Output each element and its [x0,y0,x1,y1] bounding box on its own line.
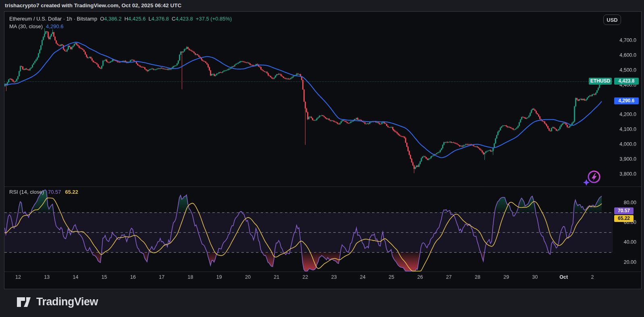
tradingview-logo[interactable]: TradingView [16,296,98,308]
time-tick-label: 12 [9,274,27,280]
time-tick-label: 2 [584,274,601,280]
price-tick-label: 4,100.0 [613,126,639,133]
rsi-tick-label: 20.00 [613,259,639,265]
high-letter: H [125,16,128,22]
price-tick-label: 4,600.0 [613,52,639,58]
chart-container: Ethereum / U.S. Dollar · 1h · BitstampO4… [4,11,642,289]
rsi-value: 70.57 [48,189,61,195]
ma-indicator-row: MA (30, close)4,290.6 [9,23,232,30]
close-value: 4,423.8 [175,16,193,22]
last-price-tag: 4,423.8 [614,78,639,85]
rsi-indicator-label[interactable]: RSI (14, close) [9,189,44,195]
rsi-tick-label: 80.00 [613,199,639,206]
lightning-bolt-icon [592,173,597,181]
symbol-title[interactable]: Ethereum / U.S. Dollar · 1h · Bitstamp [9,16,97,22]
sparkle-icon [583,179,590,186]
currency-toggle-button[interactable]: USD [603,15,621,25]
price-tick-label: 4,000.0 [613,141,639,147]
rsi-ma-value-tag: 65.22 [614,215,634,222]
price-chart-canvas[interactable] [4,12,642,290]
price-tick-label: 4,500.0 [613,67,639,73]
time-tick-label: 16 [124,274,142,280]
symbol-price-tag: ETHUSD [589,78,612,85]
time-tick-label: Oct [555,274,573,280]
time-tick-label: 18 [182,274,199,280]
time-tick-label: 30 [526,274,544,280]
time-tick-label: 28 [469,274,486,280]
time-tick-label: 26 [411,274,429,280]
rsi-tick-label: 40.00 [613,239,639,245]
lightning-circle-icon [582,169,602,187]
tradingview-glyph-icon [16,296,32,308]
currency-toggle-label: USD [607,17,617,23]
time-tick-label: 29 [497,274,515,280]
price-tick-label: 3,800.0 [613,171,639,177]
attribution-bar: trishacrypto7 created with TradingView.c… [0,0,644,11]
time-tick-label: 15 [96,274,113,280]
time-tick-label: 27 [440,274,458,280]
time-tick-label: 23 [325,274,343,280]
attribution-text: trishacrypto7 created with TradingView.c… [5,2,181,8]
price-tick-label: 3,900.0 [613,156,639,162]
time-tick-label: 14 [67,274,85,280]
ma-indicator-value: 4,290.6 [46,23,63,29]
time-tick-label: 20 [239,274,257,280]
rsi-ma-value: 65.22 [65,189,79,195]
main-chart-legend: Ethereum / U.S. Dollar · 1h · BitstampO4… [9,15,232,30]
low-letter: L [148,16,151,22]
ma-indicator-label[interactable]: MA (30, close) [9,23,43,29]
time-tick-label: 13 [38,274,56,280]
supercharts-ai-button[interactable] [582,169,602,187]
time-tick-label: 17 [153,274,170,280]
ma-price-tag: 4,290.6 [614,97,639,104]
time-tick-label: 21 [268,274,285,280]
time-tick-label: 24 [354,274,372,280]
change-value: +37.5 (+0.85%) [196,16,232,22]
time-tick-label: 22 [297,274,314,280]
price-tick-label: 4,700.0 [613,37,639,44]
time-tick-label: 25 [382,274,400,280]
symbol-ohlc-row: Ethereum / U.S. Dollar · 1h · BitstampO4… [9,15,232,23]
low-value: 4,376.8 [152,16,169,22]
rsi-legend: RSI (14, close)70.5765.22 [9,189,78,195]
high-value: 4,425.6 [128,16,145,22]
open-letter: O [100,16,104,22]
brand-name: TradingView [36,296,98,308]
open-value: 4,386.2 [104,16,121,22]
footer-bar: TradingView [0,289,644,317]
time-tick-label: 19 [210,274,228,280]
price-tick-label: 4,200.0 [613,111,639,118]
rsi-value-tag: 70.57 [614,207,634,214]
